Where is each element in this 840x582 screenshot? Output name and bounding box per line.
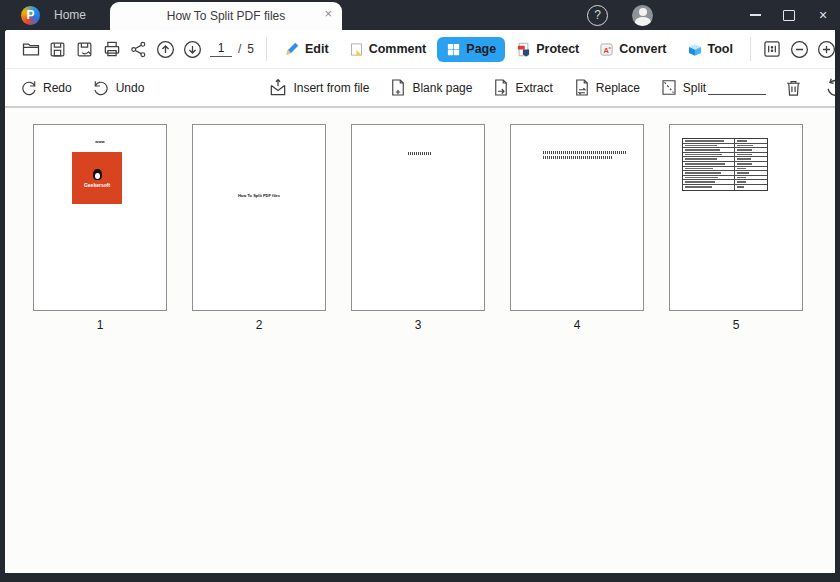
undo-button[interactable]: Undo xyxy=(92,79,145,96)
home-button[interactable]: Home xyxy=(54,8,86,22)
previous-page-button[interactable] xyxy=(152,36,179,63)
tab-protect[interactable]: Protect xyxy=(507,37,588,62)
close-icon: × xyxy=(819,8,827,22)
replace-label: Replace xyxy=(596,81,640,95)
tab-edit-label: Edit xyxy=(305,42,329,56)
toolbar-divider xyxy=(266,37,267,61)
delete-page-button[interactable] xyxy=(780,74,807,101)
page-preview-1[interactable]: www Geekersoft xyxy=(33,124,167,311)
open-file-button[interactable] xyxy=(17,36,44,63)
zoom-out-button[interactable] xyxy=(786,36,813,63)
arrow-up-circle-icon xyxy=(155,39,176,60)
undo-icon xyxy=(92,79,111,96)
page3-text-line xyxy=(408,152,431,155)
fit-width-icon xyxy=(762,39,782,59)
window-maximize-button[interactable] xyxy=(772,0,806,30)
user-avatar[interactable] xyxy=(632,5,653,26)
page-number-label: 4 xyxy=(574,318,581,332)
page2-title-text: How To Split PDF files xyxy=(193,193,325,198)
titlebar-right-controls: ? × xyxy=(587,0,840,30)
page-thumbnail-grid: www Geekersoft 1 How To Split PDF files … xyxy=(5,108,835,573)
tab-edit[interactable]: Edit xyxy=(275,36,338,62)
page1-header-text: www xyxy=(34,139,166,144)
insert-from-file-button[interactable]: Insert from file xyxy=(268,78,369,98)
tab-tool[interactable]: Tool xyxy=(678,36,742,62)
page-separator: / xyxy=(238,42,241,56)
app-logo-icon[interactable]: P xyxy=(21,6,40,25)
page-preview-2[interactable]: How To Split PDF files xyxy=(192,124,326,311)
tab-comment[interactable]: Comment xyxy=(340,37,436,62)
protect-shield-icon xyxy=(516,42,531,57)
page-thumbnail-1[interactable]: www Geekersoft 1 xyxy=(33,124,167,332)
extract-button[interactable]: Extract xyxy=(492,78,552,97)
print-button[interactable] xyxy=(98,36,125,63)
penguin-icon xyxy=(93,169,102,180)
page-number-label: 5 xyxy=(733,318,740,332)
help-icon[interactable]: ? xyxy=(587,5,608,26)
share-button[interactable] xyxy=(125,36,152,63)
extract-label: Extract xyxy=(515,81,552,95)
edit-pencil-icon xyxy=(284,41,300,57)
blank-page-button[interactable]: Blank page xyxy=(389,78,472,97)
tab-page[interactable]: Page xyxy=(437,37,505,62)
split-button[interactable]: Split xyxy=(660,78,706,97)
tab-page-label: Page xyxy=(466,42,496,56)
save-icon xyxy=(48,40,67,59)
main-window: 1 / 5 Edit Comment xyxy=(5,30,835,573)
zoom-in-button[interactable] xyxy=(813,36,835,63)
arrow-down-circle-icon xyxy=(182,39,203,60)
blank-page-label: Blank page xyxy=(412,81,472,95)
split-icon xyxy=(660,78,678,97)
next-page-button[interactable] xyxy=(179,36,206,63)
tab-protect-label: Protect xyxy=(536,42,579,56)
save-button[interactable] xyxy=(44,36,71,63)
replace-button[interactable]: Replace xyxy=(573,78,640,97)
page-preview-5[interactable] xyxy=(669,124,803,311)
page1-logo-image: Geekersoft xyxy=(72,152,122,204)
page-thumbnail-2[interactable]: How To Split PDF files 2 xyxy=(192,124,326,332)
window-close-button[interactable]: × xyxy=(806,0,840,30)
window-minimize-button[interactable] xyxy=(738,0,772,30)
page-range-input[interactable] xyxy=(708,81,766,95)
document-tab-title: How To Split PDF files xyxy=(167,9,285,23)
ribbon-tabs: Edit Comment Page xyxy=(275,36,742,62)
toolbox-icon xyxy=(687,41,703,57)
page-indicator: 1 / 5 xyxy=(210,41,254,57)
replace-icon xyxy=(573,78,591,97)
total-pages: 5 xyxy=(247,42,254,56)
save-as-button[interactable] xyxy=(71,36,98,63)
zoom-out-icon xyxy=(789,39,810,60)
page5-table xyxy=(682,138,768,191)
page-thumbnail-5[interactable]: 5 xyxy=(669,124,803,332)
view-tools xyxy=(742,36,835,63)
extract-icon xyxy=(492,78,510,97)
current-page-input[interactable]: 1 xyxy=(210,41,232,57)
fit-width-button[interactable] xyxy=(759,36,786,63)
page-actions-toolbar: Redo Undo Insert from file Blank page xyxy=(5,69,835,108)
page4-text-line xyxy=(543,156,613,159)
titlebar: P Home How To Split PDF files × ? × xyxy=(0,0,840,30)
page-preview-3[interactable] xyxy=(351,124,485,311)
save-as-icon xyxy=(75,40,94,59)
insert-from-file-icon xyxy=(268,78,288,98)
redo-label: Redo xyxy=(43,81,72,95)
page-number-label: 3 xyxy=(415,318,422,332)
tab-close-icon[interactable]: × xyxy=(324,6,332,21)
trash-icon xyxy=(784,78,803,98)
redo-icon xyxy=(19,79,38,96)
tab-convert[interactable]: A x Convert xyxy=(590,37,675,62)
page4-text-line xyxy=(543,151,627,154)
main-toolbar: 1 / 5 Edit Comment xyxy=(5,30,835,69)
redo-button[interactable]: Redo xyxy=(19,79,72,96)
printer-icon xyxy=(102,39,122,59)
page-preview-4[interactable] xyxy=(510,124,644,311)
maximize-icon xyxy=(783,10,795,21)
undo-label: Undo xyxy=(116,81,145,95)
folder-open-icon xyxy=(21,39,41,59)
document-tab[interactable]: How To Split PDF files × xyxy=(110,2,342,30)
page-thumbnail-3[interactable]: 3 xyxy=(351,124,485,332)
rotate-ccw-icon xyxy=(824,77,835,99)
rotate-left-button[interactable] xyxy=(821,74,835,101)
page1-logo-word: Geekersoft xyxy=(84,182,110,188)
page-thumbnail-4[interactable]: 4 xyxy=(510,124,644,332)
